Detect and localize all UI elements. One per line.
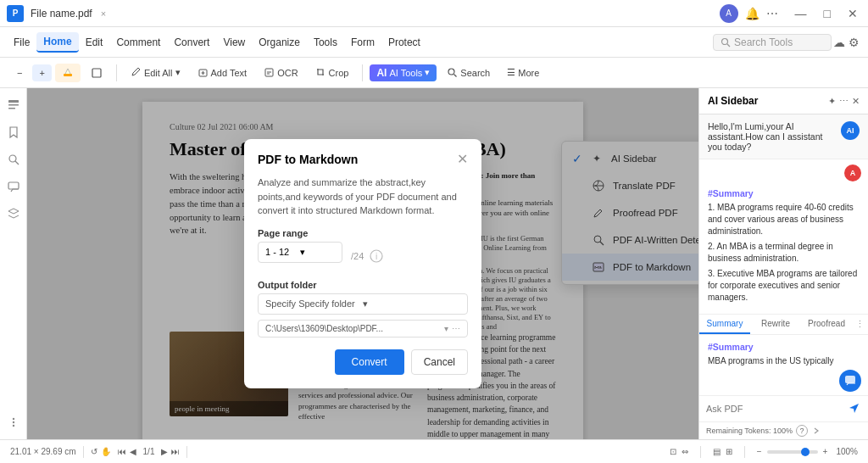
ai-tab-rewrite[interactable]: Rewrite <box>750 315 801 334</box>
path-chevron: ▾ <box>444 324 448 333</box>
more-button[interactable]: ☰ More <box>500 64 546 81</box>
left-sidebar <box>0 88 27 439</box>
svg-line-1 <box>727 44 730 47</box>
ai-brand-icons: A <box>706 165 861 181</box>
select-icon <box>91 67 103 79</box>
ai-tab-summary[interactable]: Summary <box>699 315 750 334</box>
sidebar-home-icon[interactable] <box>3 95 24 115</box>
modal-close-button[interactable]: ✕ <box>457 151 468 167</box>
search-tools-input[interactable]: Search Tools <box>713 34 832 51</box>
ai-tabs-more-icon[interactable]: ⋮ <box>852 315 868 334</box>
nav-next-button[interactable]: ▶ <box>161 447 168 456</box>
svg-rect-12 <box>8 108 15 109</box>
sidebar-more-icon[interactable] <box>3 412 24 432</box>
svg-text:i: i <box>376 252 377 261</box>
ai-reply-icon-row <box>699 366 868 395</box>
nav-prev-button[interactable]: ◀ <box>130 447 136 456</box>
ai-help-icon[interactable]: ? <box>796 425 808 437</box>
nav-rotate-icon[interactable]: ↺ <box>91 447 97 456</box>
zoom-out-status[interactable]: − <box>757 447 762 456</box>
output-path-row: C:\Users\13609\Desktop\PDF... ▾ ⋯ <box>258 320 468 337</box>
statusbar: 21.01 × 29.69 cm ↺ ✋ ⏮ ◀ 1/1 ▶ ⏭ ⊡ ⇔ ▤ ⊞… <box>0 439 868 463</box>
nav-first-button[interactable]: ⏮ <box>118 447 126 456</box>
ai-tools-button[interactable]: AI AI Tools ▾ <box>370 64 437 81</box>
edit-all-button[interactable]: Edit All ▾ <box>124 64 187 81</box>
menu-home[interactable]: Home <box>36 32 78 53</box>
search-button[interactable]: Search <box>440 64 497 81</box>
ai-lumi-icon: AI <box>841 121 860 140</box>
bell-icon[interactable]: 🔔 <box>745 7 760 20</box>
sidebar-search-icon[interactable] <box>3 149 24 170</box>
menu-organize[interactable]: Organize <box>252 33 307 52</box>
sidebar-comment-icon[interactable] <box>3 176 24 197</box>
ai-sidebar-header: AI Sidebar ✦ ⋯ ✕ <box>699 88 868 114</box>
convert-button[interactable]: Convert <box>335 349 404 375</box>
path-more-icon[interactable]: ⋯ <box>452 324 460 333</box>
menu-file[interactable]: File <box>7 33 36 52</box>
maximize-button[interactable]: □ <box>824 7 831 20</box>
filename: File name.pdf <box>31 8 92 20</box>
menu-edit[interactable]: Edit <box>79 33 110 52</box>
view-icon[interactable]: ▤ <box>713 447 721 456</box>
view-icon2[interactable]: ⊞ <box>726 447 732 456</box>
ai-greeting-text: Hello,I'm Lumi,your AI assistant.How can… <box>708 121 860 152</box>
menu-form[interactable]: Form <box>344 33 381 52</box>
zoom-in-status[interactable]: + <box>823 447 828 456</box>
modal-title: PDF to Markdown <box>258 153 457 166</box>
output-folder-label: Output folder <box>258 280 468 290</box>
settings-icon[interactable]: ⚙ <box>847 34 861 51</box>
cloud-icon[interactable]: ☁ <box>832 34 847 51</box>
zoom-slider[interactable] <box>767 450 818 454</box>
nav-hand-icon[interactable]: ✋ <box>101 447 111 456</box>
ai-summary-item3: 3. Executive MBA programs are tailored f… <box>708 268 860 304</box>
crop-button[interactable]: Crop <box>309 64 356 81</box>
minimize-button[interactable]: — <box>795 7 807 20</box>
output-folder-select[interactable]: Specify Specify folder ▾ <box>258 293 468 315</box>
menubar: File Home Edit Comment Convert View Orga… <box>0 27 868 58</box>
more-icon: ☰ <box>507 67 515 78</box>
close-button[interactable]: ✕ <box>848 7 858 20</box>
ai-tools-chevron: ▾ <box>425 67 430 78</box>
menu-convert[interactable]: Convert <box>167 33 216 52</box>
fit-page-icon[interactable]: ⊡ <box>670 447 676 456</box>
status-sep3 <box>700 446 701 458</box>
ai-send-button[interactable] <box>848 401 861 416</box>
highlight-button[interactable] <box>55 64 81 82</box>
menu-view[interactable]: View <box>216 33 252 52</box>
close-tab-btn[interactable]: × <box>101 8 106 19</box>
page-range-select[interactable]: 1 - 12 ▾ <box>258 242 342 263</box>
ai-header-star-icon[interactable]: ✦ <box>828 96 836 107</box>
svg-point-8 <box>448 69 454 75</box>
add-text-button[interactable]: Add Text <box>191 64 254 81</box>
fit-width-icon[interactable]: ⇔ <box>682 447 688 456</box>
svg-rect-26 <box>845 376 855 383</box>
menu-protect[interactable]: Protect <box>381 33 427 52</box>
menu-tools[interactable]: Tools <box>307 33 344 52</box>
svg-rect-11 <box>8 104 19 106</box>
edit-all-chevron: ▾ <box>175 67 181 78</box>
select-button[interactable] <box>84 64 109 82</box>
nav-last-button[interactable]: ⏭ <box>171 447 180 456</box>
ask-pdf-input[interactable] <box>706 404 848 414</box>
ocr-button[interactable]: OCR <box>257 64 304 81</box>
ocr-icon <box>264 67 275 78</box>
svg-line-9 <box>454 75 457 77</box>
ai-summary-tag: #Summary <box>708 188 860 198</box>
ai-tab-proofread[interactable]: Proofread <box>801 315 852 334</box>
ai-chat-bubble-icon[interactable] <box>839 370 861 392</box>
status-sep1 <box>83 446 84 458</box>
sidebar-bookmark-icon[interactable] <box>3 122 24 142</box>
zoom-in-button[interactable]: + <box>32 64 51 81</box>
more-icon[interactable]: ⋯ <box>766 7 778 20</box>
ai-tokens-next-icon[interactable] <box>811 426 821 436</box>
ai-header-more-icon[interactable]: ⋯ <box>839 96 849 107</box>
menu-comment[interactable]: Comment <box>109 33 167 52</box>
pdf-to-markdown-modal: PDF to Markdown ✕ Analyze and summarize … <box>244 139 481 388</box>
ai-header-close-icon[interactable]: ✕ <box>852 96 860 107</box>
cancel-button[interactable]: Cancel <box>411 349 468 375</box>
svg-rect-10 <box>8 100 19 103</box>
sidebar-layer-icon[interactable] <box>3 204 24 224</box>
user-avatar[interactable]: A <box>720 4 738 23</box>
page-range-row: 1 - 12 ▾ /24 i <box>258 242 468 271</box>
zoom-out-button[interactable]: − <box>10 64 29 81</box>
